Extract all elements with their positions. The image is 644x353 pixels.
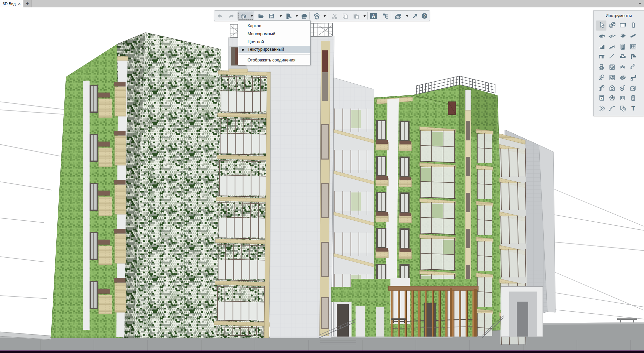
svg-text:T: T [631,105,635,112]
svg-text:?: ? [423,14,426,18]
svg-text:A: A [601,97,603,100]
